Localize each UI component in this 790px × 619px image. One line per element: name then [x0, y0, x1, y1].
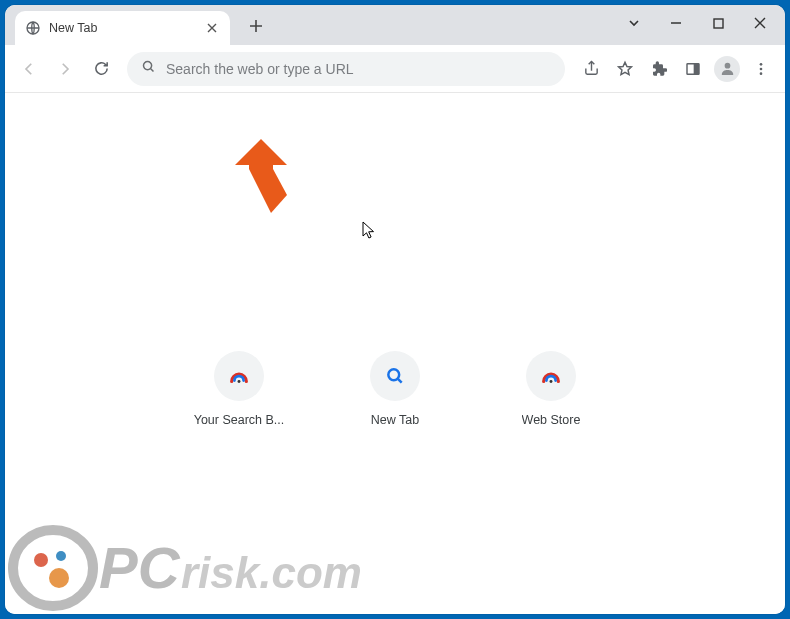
watermark-suffix: risk.com	[181, 548, 362, 597]
shortcut-new-tab[interactable]: New Tab	[347, 351, 443, 427]
shortcut-label: Your Search B...	[194, 413, 285, 427]
svg-point-11	[238, 380, 241, 383]
address-bar[interactable]	[127, 52, 565, 86]
svg-point-15	[34, 553, 48, 567]
globe-icon	[25, 20, 41, 36]
svg-point-14	[13, 530, 93, 606]
new-tab-button[interactable]	[243, 13, 269, 39]
close-window-button[interactable]	[739, 8, 781, 38]
svg-point-6	[760, 63, 763, 66]
browser-window: New Tab	[5, 5, 785, 614]
svg-point-8	[760, 72, 763, 75]
extensions-icon[interactable]	[643, 53, 675, 85]
menu-icon[interactable]	[745, 53, 777, 85]
svg-marker-10	[249, 169, 287, 213]
tab-search-chevron-icon[interactable]	[613, 8, 655, 38]
svg-text:risk.com: risk.com	[181, 548, 362, 597]
avatar-icon	[714, 56, 740, 82]
bookmark-star-icon[interactable]	[609, 53, 641, 85]
svg-point-7	[760, 67, 763, 70]
shortcut-label: Web Store	[522, 413, 581, 427]
search-icon	[141, 59, 156, 78]
mouse-cursor-icon	[362, 221, 376, 243]
shortcut-icon	[370, 351, 420, 401]
toolbar-right	[575, 53, 777, 85]
shortcut-icon	[526, 351, 576, 401]
tab-title: New Tab	[49, 21, 196, 35]
svg-point-2	[144, 62, 152, 70]
svg-rect-4	[694, 63, 699, 74]
svg-point-12	[388, 369, 399, 380]
profile-button[interactable]	[711, 53, 743, 85]
side-panel-icon[interactable]	[677, 53, 709, 85]
svg-point-5	[724, 63, 730, 69]
toolbar	[5, 45, 785, 93]
back-button[interactable]	[13, 53, 45, 85]
watermark-prefix: PC	[99, 535, 181, 600]
shortcut-web-store[interactable]: Web Store	[503, 351, 599, 427]
shortcut-your-search[interactable]: Your Search B...	[191, 351, 287, 427]
close-tab-icon[interactable]	[204, 20, 220, 36]
page-content: Your Search B... New Tab Web Store	[5, 93, 785, 614]
watermark-logo: PC risk.com	[7, 508, 367, 614]
svg-marker-9	[235, 139, 287, 169]
browser-tab[interactable]: New Tab	[15, 11, 230, 45]
shortcut-label: New Tab	[371, 413, 419, 427]
share-icon[interactable]	[575, 53, 607, 85]
svg-text:PC: PC	[99, 535, 181, 600]
svg-rect-1	[714, 19, 723, 28]
svg-point-13	[550, 380, 553, 383]
reload-button[interactable]	[85, 53, 117, 85]
minimize-button[interactable]	[655, 8, 697, 38]
maximize-button[interactable]	[697, 8, 739, 38]
forward-button[interactable]	[49, 53, 81, 85]
window-controls	[613, 5, 781, 41]
shortcut-icon	[214, 351, 264, 401]
annotation-arrow-icon	[235, 139, 305, 217]
titlebar: New Tab	[5, 5, 785, 45]
address-input[interactable]	[166, 61, 551, 77]
svg-point-17	[49, 568, 69, 588]
svg-point-16	[56, 551, 66, 561]
shortcut-row: Your Search B... New Tab Web Store	[191, 351, 599, 427]
